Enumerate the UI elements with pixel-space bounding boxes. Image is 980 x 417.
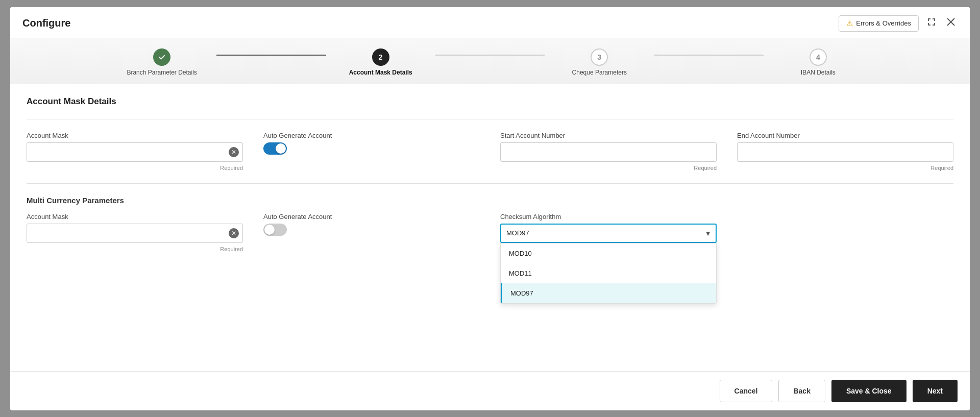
step-connector-3	[654, 55, 763, 56]
mc-auto-generate-label: Auto Generate Account	[263, 213, 480, 220]
section-divider-1	[27, 119, 953, 119]
multi-currency-title: Multi Currency Parameters	[27, 196, 953, 205]
modal-footer: Cancel Back Save & Close Next	[10, 371, 970, 410]
step-1-label: Branch Parameter Details	[127, 69, 197, 76]
step-4[interactable]: 4 IBAN Details	[764, 48, 873, 76]
step-2-circle: 2	[372, 48, 389, 66]
mc-account-mask-label: Account Mask	[27, 213, 243, 220]
mc-account-mask-input-wrapper: ✕	[27, 224, 243, 243]
stepper: Branch Parameter Details 2 Account Mask …	[10, 38, 970, 84]
cancel-button[interactable]: Cancel	[720, 380, 773, 402]
mc-account-mask-input[interactable]	[27, 224, 243, 243]
multi-currency-form-row: Account Mask ✕ Required Auto Generate Ac…	[27, 213, 953, 252]
start-account-label: Start Account Number	[500, 132, 717, 139]
checksum-dropdown-menu: MOD10 MOD11 MOD97	[500, 243, 717, 304]
account-mask-form-row: Account Mask ✕ Required Auto Generate Ac…	[27, 132, 953, 171]
mc-auto-generate-toggle[interactable]	[263, 224, 287, 236]
dropdown-item-mod97[interactable]: MOD97	[501, 283, 716, 303]
end-account-required: Required	[737, 165, 953, 171]
start-account-field: Start Account Number Required	[500, 132, 717, 171]
step-3-label: Cheque Parameters	[572, 69, 627, 76]
end-account-label: End Account Number	[737, 132, 953, 139]
errors-overrides-button[interactable]: ⚠ Errors & Overrides	[839, 15, 919, 32]
checksum-select-wrapper: MOD10 MOD11 MOD97 ▼ MOD10 MOD11 MOD97	[500, 224, 717, 243]
step-connector-1	[216, 55, 326, 56]
step-connector-2	[435, 55, 545, 56]
modal-container: Configure ⚠ Errors & Overrides	[10, 7, 970, 410]
modal-content: Account Mask Details Account Mask ✕ Requ…	[10, 84, 970, 371]
step-3[interactable]: 3 Cheque Parameters	[545, 48, 654, 76]
modal-overlay: Configure ⚠ Errors & Overrides	[0, 0, 980, 417]
section-title: Account Mask Details	[27, 96, 953, 107]
start-account-required: Required	[500, 165, 717, 171]
end-account-field: End Account Number Required	[737, 132, 953, 171]
dropdown-item-mod11[interactable]: MOD11	[501, 263, 716, 283]
end-account-input[interactable]	[737, 142, 953, 162]
account-mask-required: Required	[27, 165, 243, 171]
step-1-circle	[153, 48, 170, 66]
step-4-circle: 4	[810, 48, 827, 66]
mc-toggle-thumb	[264, 225, 275, 235]
step-2-label: Account Mask Details	[349, 69, 412, 76]
step-3-circle: 3	[591, 48, 608, 66]
warning-icon: ⚠	[846, 19, 853, 28]
mc-account-mask-clear-button[interactable]: ✕	[229, 228, 239, 238]
start-account-input[interactable]	[500, 142, 717, 162]
step-4-label: IBAN Details	[801, 69, 836, 76]
section-divider-2	[27, 183, 953, 184]
stepper-row: Branch Parameter Details 2 Account Mask …	[107, 48, 873, 76]
modal-title: Configure	[22, 17, 70, 29]
dropdown-item-mod10[interactable]: MOD10	[501, 243, 716, 263]
account-mask-field: Account Mask ✕ Required	[27, 132, 243, 171]
modal-header: Configure ⚠ Errors & Overrides	[10, 7, 970, 38]
account-mask-input-wrapper: ✕	[27, 142, 243, 162]
auto-generate-toggle[interactable]	[263, 142, 287, 155]
header-actions: ⚠ Errors & Overrides	[839, 15, 958, 32]
next-button[interactable]: Next	[913, 380, 958, 402]
checksum-field: Checksum Algorithm MOD10 MOD11 MOD97 ▼ M…	[500, 213, 717, 243]
account-mask-label: Account Mask	[27, 132, 243, 139]
close-button[interactable]	[944, 15, 958, 31]
expand-button[interactable]	[925, 15, 938, 31]
step-1[interactable]: Branch Parameter Details	[107, 48, 216, 76]
mc-account-mask-field: Account Mask ✕ Required	[27, 213, 243, 252]
checksum-label: Checksum Algorithm	[500, 213, 717, 220]
toggle-thumb	[276, 143, 286, 154]
account-mask-input[interactable]	[27, 142, 243, 162]
save-close-button[interactable]: Save & Close	[831, 380, 906, 402]
errors-btn-label: Errors & Overrides	[856, 19, 911, 27]
mc-auto-generate-field: Auto Generate Account	[263, 213, 480, 236]
auto-generate-label: Auto Generate Account	[263, 132, 480, 139]
back-button[interactable]: Back	[778, 380, 825, 402]
checksum-select[interactable]: MOD10 MOD11 MOD97	[500, 224, 717, 243]
auto-generate-field: Auto Generate Account	[263, 132, 480, 155]
mc-account-mask-required: Required	[27, 246, 243, 252]
end-account-input-wrapper	[737, 142, 953, 162]
step-2[interactable]: 2 Account Mask Details	[326, 48, 435, 76]
account-mask-clear-button[interactable]: ✕	[229, 147, 239, 157]
start-account-input-wrapper	[500, 142, 717, 162]
